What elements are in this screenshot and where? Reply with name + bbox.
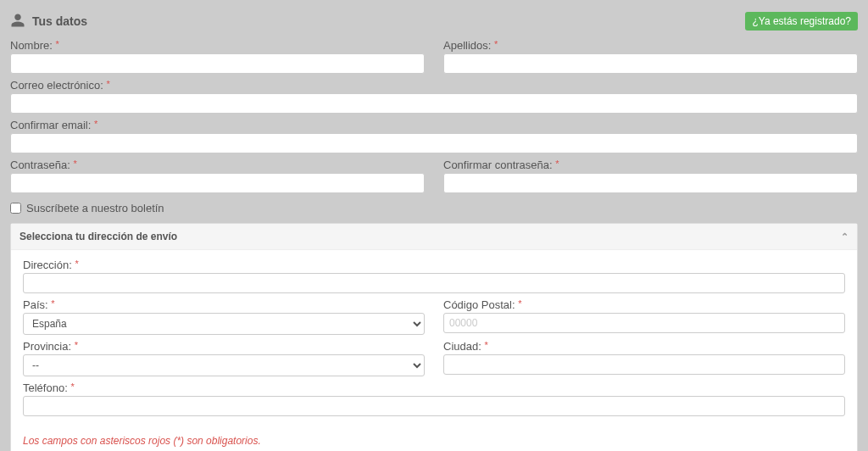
address-panel: Selecciona tu dirección de envío ⌃ Direc… [10, 223, 858, 451]
label-codigo-postal: Código Postal: [443, 298, 515, 311]
required-mark: * [484, 340, 487, 350]
label-confirmar-contrasena: Confirmar contraseña: [443, 159, 553, 171]
correo-input[interactable] [10, 93, 858, 114]
label-provincia: Provincia: [23, 340, 71, 353]
newsletter-checkline[interactable]: Suscríbete a nuestro boletín [10, 202, 858, 214]
address-panel-header[interactable]: Selecciona tu dirección de envío ⌃ [11, 224, 857, 250]
label-nombre: Nombre: [10, 39, 53, 52]
pais-select[interactable]: España [23, 313, 425, 335]
confirmar-contrasena-input[interactable] [443, 173, 858, 193]
confirmar-email-input[interactable] [10, 133, 858, 153]
required-mark: * [555, 159, 559, 169]
required-mark: * [494, 39, 498, 49]
page-title: Tus datos [32, 14, 87, 28]
label-contrasena: Contraseña: [10, 159, 70, 171]
label-confirmar-email: Confirmar email: [10, 119, 91, 131]
required-note: Los campos con asteriscos rojos (*) son … [11, 430, 857, 451]
codigo-postal-input[interactable] [443, 313, 845, 333]
required-mark: * [73, 159, 76, 169]
ciudad-input[interactable] [443, 354, 845, 375]
label-correo: Correo electrónico: [10, 79, 103, 92]
already-registered-button[interactable]: ¿Ya estás registrado? [745, 12, 858, 31]
telefono-input[interactable] [23, 396, 845, 416]
newsletter-checkbox[interactable] [10, 203, 21, 214]
required-mark: * [55, 39, 58, 49]
required-mark: * [75, 259, 78, 269]
direccion-input[interactable] [23, 273, 845, 293]
label-telefono: Teléfono: [23, 381, 68, 394]
required-mark: * [106, 79, 109, 89]
person-icon [10, 13, 25, 31]
label-ciudad: Ciudad: [443, 340, 481, 353]
newsletter-label: Suscríbete a nuestro boletín [26, 202, 164, 214]
nombre-input[interactable] [10, 53, 425, 74]
label-apellidos: Apellidos: [443, 39, 491, 52]
contrasena-input[interactable] [10, 173, 425, 193]
label-direccion: Dirección: [23, 259, 72, 271]
required-mark: * [518, 298, 521, 309]
required-mark: * [51, 298, 54, 309]
label-pais: País: [23, 298, 48, 311]
required-mark: * [94, 119, 97, 129]
required-mark: * [70, 381, 74, 392]
address-panel-title: Selecciona tu dirección de envío [19, 231, 177, 242]
required-mark: * [75, 340, 78, 350]
chevron-up-icon: ⌃ [841, 231, 849, 242]
apellidos-input[interactable] [443, 53, 858, 74]
provincia-select[interactable]: -- [23, 354, 425, 376]
